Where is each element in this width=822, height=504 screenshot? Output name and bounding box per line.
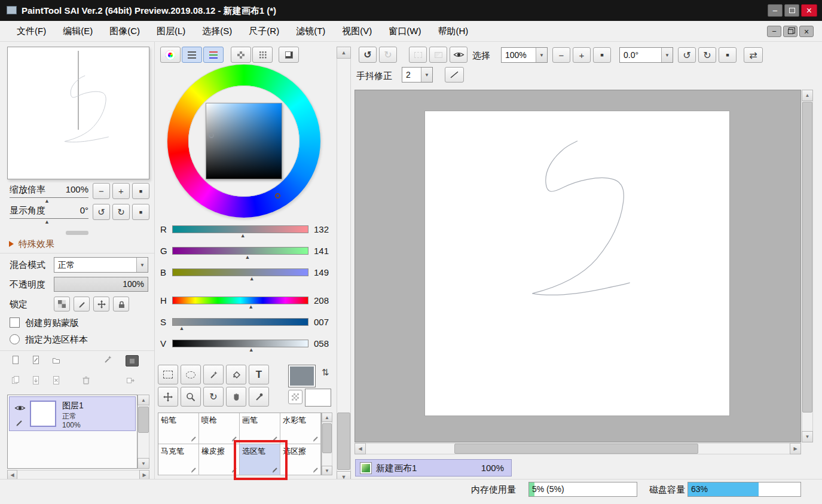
hscroll-thumb[interactable] bbox=[454, 444, 698, 454]
delete-layer-button[interactable] bbox=[81, 375, 91, 385]
menu-selection[interactable]: 选择(S) bbox=[194, 26, 240, 37]
nav-angle-slider-marker[interactable]: ▲ bbox=[44, 219, 50, 225]
slider-track-h[interactable] bbox=[172, 297, 308, 304]
special-effects-expander-icon[interactable] bbox=[9, 241, 14, 247]
menu-file[interactable]: 文件(F) bbox=[8, 26, 54, 37]
slider-marker-v[interactable]: ▲ bbox=[249, 347, 254, 353]
scroll-up-button[interactable]: ▲ bbox=[137, 395, 149, 405]
transfer-down-button[interactable] bbox=[31, 375, 41, 385]
lasso-tool-button[interactable] bbox=[181, 365, 201, 384]
scroll-up-button[interactable]: ▲ bbox=[337, 47, 351, 59]
lock-draw-button[interactable] bbox=[74, 297, 90, 311]
lock-move-button[interactable] bbox=[93, 297, 109, 311]
swap-colors-button[interactable]: ⇅ bbox=[319, 366, 331, 379]
slider-b[interactable]: ▲ bbox=[172, 268, 308, 284]
close-button[interactable]: × bbox=[801, 4, 817, 17]
scroll-up-button[interactable]: ▲ bbox=[802, 90, 813, 101]
scroll-up-button[interactable]: ▲ bbox=[322, 413, 332, 422]
menu-edit[interactable]: 编辑(E) bbox=[54, 26, 101, 37]
slider-g[interactable]: ▲ bbox=[172, 247, 308, 262]
tool-cell-marker[interactable]: 马克笔 bbox=[158, 444, 199, 475]
slider-v[interactable]: ▲ bbox=[172, 340, 308, 355]
layer-visibility-eye-icon[interactable] bbox=[14, 404, 26, 412]
slider-s[interactable]: ▲ bbox=[172, 318, 308, 334]
clear-layer-button[interactable] bbox=[51, 375, 61, 385]
vscroll-thumb[interactable] bbox=[337, 413, 350, 470]
slider-track-s[interactable] bbox=[172, 318, 308, 326]
primary-color-swatch[interactable] bbox=[288, 365, 316, 387]
canvas-zoom-in-button[interactable]: + bbox=[573, 47, 591, 63]
layer-options-button[interactable] bbox=[126, 355, 139, 366]
new-layer-button[interactable] bbox=[11, 355, 20, 365]
menu-window[interactable]: 窗口(W) bbox=[380, 26, 429, 37]
hsv-sliders-tab-button[interactable] bbox=[203, 47, 224, 63]
move-tool-button[interactable] bbox=[158, 387, 178, 407]
clip-mask-label[interactable]: 创建剪贴蒙版 bbox=[25, 317, 79, 329]
secondary-color-swatch[interactable] bbox=[305, 389, 331, 407]
canvas-zoom-out-button[interactable]: − bbox=[552, 47, 570, 63]
canvas-viewport[interactable] bbox=[355, 90, 801, 442]
slider-h[interactable]: ▲ bbox=[172, 297, 308, 312]
show-selection-button[interactable] bbox=[450, 47, 467, 63]
vscroll-thumb[interactable] bbox=[322, 423, 332, 453]
layer-thumbnail[interactable] bbox=[30, 401, 56, 427]
mdi-restore-button[interactable] bbox=[783, 26, 797, 37]
slider-track-v[interactable] bbox=[172, 340, 308, 347]
hand-tool-button[interactable] bbox=[226, 387, 246, 407]
selection-source-label[interactable]: 指定为选区样本 bbox=[25, 334, 88, 346]
invert-selection-button[interactable] bbox=[429, 47, 447, 63]
scroll-down-button[interactable]: ▼ bbox=[802, 431, 813, 442]
nav-rotate-ccw-button[interactable]: ↺ bbox=[93, 204, 110, 220]
deselect-button[interactable] bbox=[409, 47, 427, 63]
scroll-left-button[interactable]: ◀ bbox=[355, 443, 366, 454]
nav-zoom-in-button[interactable]: + bbox=[112, 183, 130, 199]
color-wheel-tab-button[interactable] bbox=[160, 47, 181, 63]
slider-r[interactable]: ▲ bbox=[172, 225, 308, 241]
chevron-down-icon[interactable]: ▼ bbox=[136, 258, 148, 272]
zoom-tool-button[interactable] bbox=[181, 387, 201, 407]
mdi-minimize-button[interactable]: − bbox=[767, 26, 781, 37]
slider-marker-g[interactable]: ▲ bbox=[245, 254, 250, 260]
nav-zoom-slider-marker[interactable]: ▲ bbox=[44, 198, 50, 204]
swatches-tab-button[interactable] bbox=[231, 47, 251, 63]
opacity-slider[interactable]: 100% bbox=[54, 277, 148, 292]
minimize-button[interactable]: − bbox=[768, 4, 783, 17]
menu-help[interactable]: 帮助(H) bbox=[429, 26, 476, 37]
rgb-sliders-tab-button[interactable] bbox=[182, 47, 202, 63]
lock-alpha-button[interactable] bbox=[54, 297, 70, 311]
no-color-button[interactable] bbox=[288, 390, 302, 404]
sv-marker[interactable] bbox=[209, 133, 214, 138]
canvas-rotate-cw-button[interactable]: ↻ bbox=[698, 47, 716, 63]
vscroll-thumb[interactable] bbox=[802, 102, 812, 413]
canvas-zoom-select[interactable]: 100% ▼ bbox=[501, 47, 548, 63]
chevron-down-icon[interactable]: ▼ bbox=[421, 68, 432, 82]
slider-marker-h[interactable]: ▲ bbox=[248, 304, 253, 310]
menu-ruler[interactable]: 尺子(R) bbox=[240, 26, 288, 37]
paper-tab-button[interactable] bbox=[279, 47, 299, 63]
canvas-rotate-ccw-button[interactable]: ↺ bbox=[678, 47, 696, 63]
canvas-tab[interactable]: 新建画布1 100% bbox=[355, 459, 512, 476]
new-linework-layer-button[interactable] bbox=[31, 355, 41, 365]
nav-zoom-out-button[interactable]: − bbox=[93, 183, 110, 199]
undo-button[interactable]: ↺ bbox=[359, 47, 377, 63]
blend-mode-select[interactable]: 正常 ▼ bbox=[54, 257, 148, 273]
rect-select-tool-button[interactable] bbox=[158, 365, 178, 384]
menu-filter[interactable]: 滤镜(T) bbox=[288, 26, 334, 37]
nav-zoom-value[interactable]: 100% bbox=[54, 184, 88, 194]
scroll-down-button[interactable]: ▼ bbox=[322, 466, 332, 475]
maximize-button[interactable] bbox=[784, 4, 799, 17]
flip-horizontal-button[interactable]: ⇄ bbox=[744, 47, 763, 63]
magic-wand-tool-button[interactable] bbox=[203, 365, 224, 384]
chevron-down-icon[interactable]: ▼ bbox=[536, 48, 547, 62]
menu-view[interactable]: 视图(V) bbox=[334, 26, 380, 37]
text-tool-button[interactable]: T bbox=[249, 365, 269, 384]
selection-source-radio[interactable] bbox=[10, 334, 20, 344]
clip-mask-checkbox[interactable] bbox=[10, 317, 20, 328]
panel-splitter-handle[interactable] bbox=[66, 231, 88, 235]
canvas-zoom-reset-button[interactable]: ■ bbox=[593, 47, 611, 63]
menu-image[interactable]: 图像(C) bbox=[101, 26, 148, 37]
stabilizer-mode-button[interactable] bbox=[445, 67, 464, 83]
hue-ring-marker[interactable] bbox=[275, 193, 280, 198]
sv-square[interactable] bbox=[206, 103, 282, 179]
canvas-angle-select[interactable]: 0.0° ▼ bbox=[619, 47, 673, 63]
